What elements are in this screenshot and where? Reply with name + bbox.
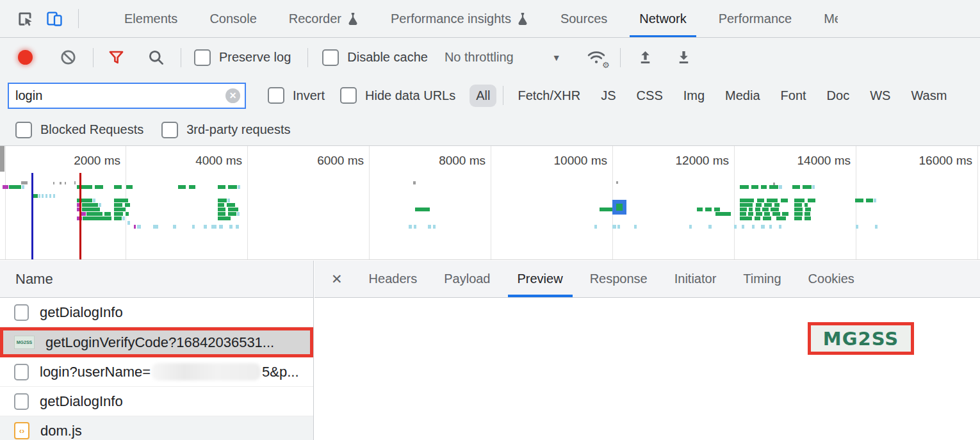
waterfall-bar [708, 225, 712, 229]
disable-cache-checkbox[interactable] [322, 49, 339, 66]
filter-type-css[interactable]: CSS [630, 85, 669, 107]
network-overview-waterfall[interactable]: 2000 ms4000 ms6000 ms8000 ms10000 ms1200… [0, 146, 980, 260]
clear-filter-icon[interactable]: ✕ [225, 88, 240, 103]
waterfall-bar [740, 203, 753, 207]
tab-label: Elements [124, 12, 177, 26]
filter-type-js[interactable]: JS [594, 85, 622, 107]
tab-memory-clipped[interactable]: Memory [808, 0, 838, 37]
waterfall-bar [218, 199, 227, 202]
close-panel-icon[interactable]: ✕ [314, 261, 355, 297]
request-row[interactable]: login?userName=5&p... [0, 357, 313, 387]
filter-input[interactable] [8, 83, 246, 109]
filter-type-ws[interactable]: WS [863, 85, 897, 107]
tab-cookies[interactable]: Cookies [795, 261, 868, 297]
waterfall-bar [749, 208, 753, 211]
throttling-caret-icon[interactable]: ▼ [552, 53, 561, 63]
export-har-icon[interactable] [673, 47, 695, 69]
inspect-element-icon[interactable] [14, 8, 36, 29]
gridline [977, 146, 978, 259]
filter-type-media[interactable]: Media [719, 85, 766, 107]
request-detail-panel: ✕ Headers Payload Preview Response Initi… [314, 261, 980, 440]
waterfall-bar [803, 185, 812, 189]
hide-data-urls-checkbox[interactable] [340, 87, 357, 104]
filter-type-doc[interactable]: Doc [821, 85, 856, 107]
waterfall-bar [82, 208, 100, 211]
waterfall-bar [689, 225, 692, 229]
request-row[interactable]: ‹› dom.js [0, 416, 313, 440]
throttling-select[interactable]: No throttling [445, 50, 514, 65]
third-party-requests-checkbox[interactable] [161, 122, 178, 138]
tab-preview[interactable]: Preview [504, 261, 576, 297]
waterfall-bar [740, 185, 749, 189]
tab-label: Timing [743, 272, 781, 286]
record-button[interactable] [18, 50, 33, 65]
waterfall-bar [83, 216, 111, 220]
tab-network[interactable]: Network [623, 0, 702, 37]
tab-console[interactable]: Console [193, 0, 272, 37]
blocked-requests-label: Blocked Requests [40, 122, 143, 137]
filter-type-all[interactable]: All [470, 85, 496, 107]
gridline [247, 146, 248, 259]
waterfall-bar [218, 216, 231, 220]
filter-type-font[interactable]: Font [774, 85, 813, 107]
request-row[interactable]: getDialogInfo [0, 298, 313, 327]
waterfall-bar [114, 208, 126, 211]
request-type-icon [14, 364, 29, 380]
filter-type-img[interactable]: Img [677, 85, 711, 107]
name-column-header[interactable]: Name [0, 261, 313, 298]
clear-requests-icon[interactable] [57, 47, 79, 69]
dom-content-loaded-marker [31, 173, 33, 260]
network-filter-bar: ✕ Invert Hide data URLs All Fetch/XHR JS… [0, 77, 980, 114]
request-row[interactable]: getDialogInfo [0, 387, 313, 416]
filter-type-wasm[interactable]: Wasm [904, 85, 953, 107]
tab-elements[interactable]: Elements [108, 0, 193, 37]
waterfall-bar [114, 216, 122, 220]
waterfall-bar [756, 212, 762, 216]
waterfall-bar [779, 225, 781, 229]
tab-recorder[interactable]: Recorder [273, 0, 375, 37]
waterfall-bar [634, 225, 637, 229]
filter-icon[interactable] [105, 47, 127, 69]
waterfall-bar [178, 185, 186, 189]
waterfall-bar [761, 225, 765, 229]
waterfall-bar [697, 208, 703, 211]
filter-type-fetch-xhr[interactable]: Fetch/XHR [511, 85, 587, 107]
waterfall-bar [808, 199, 815, 202]
tab-timing[interactable]: Timing [730, 261, 794, 297]
time-label: 10000 ms [537, 154, 607, 168]
waterfall-bar [804, 216, 811, 220]
device-toolbar-icon[interactable] [44, 8, 65, 29]
waterfall-bar [49, 194, 51, 198]
tab-sources[interactable]: Sources [544, 0, 623, 37]
waterfall-bar [856, 225, 858, 229]
tab-initiator[interactable]: Initiator [661, 261, 730, 297]
tab-performance-insights[interactable]: Performance insights [375, 0, 544, 37]
waterfall-bar [762, 208, 769, 211]
search-icon[interactable] [145, 47, 167, 69]
preserve-log-label: Preserve log [219, 50, 291, 65]
preserve-log-checkbox[interactable] [194, 49, 211, 66]
waterfall-bar [134, 225, 136, 229]
waterfall-bar [805, 208, 811, 211]
network-conditions-icon[interactable]: ⚙ [585, 47, 607, 69]
waterfall-bar [756, 203, 762, 207]
waterfall-bar [776, 216, 786, 220]
blocked-requests-checkbox[interactable] [15, 122, 32, 138]
waterfall-bar [866, 199, 873, 202]
waterfall-bar [616, 181, 618, 184]
tab-response[interactable]: Response [576, 261, 661, 297]
tab-headers[interactable]: Headers [355, 261, 431, 297]
time-label: 16000 ms [902, 154, 972, 168]
tab-label: Preview [518, 272, 563, 286]
request-row-selected[interactable]: MG2SS getLoginVerifyCode?16842036531... [0, 327, 313, 357]
waterfall-bar [45, 194, 47, 198]
invert-checkbox[interactable] [268, 87, 284, 104]
tab-payload[interactable]: Payload [430, 261, 503, 297]
overview-scrollbar-thumb[interactable] [0, 146, 4, 172]
waterfall-bar [794, 216, 802, 220]
import-har-icon[interactable] [635, 47, 657, 69]
waterfall-bar [137, 225, 141, 229]
waterfall-bar [804, 212, 810, 216]
tab-performance[interactable]: Performance [703, 0, 808, 37]
waterfall-bar [752, 225, 755, 229]
